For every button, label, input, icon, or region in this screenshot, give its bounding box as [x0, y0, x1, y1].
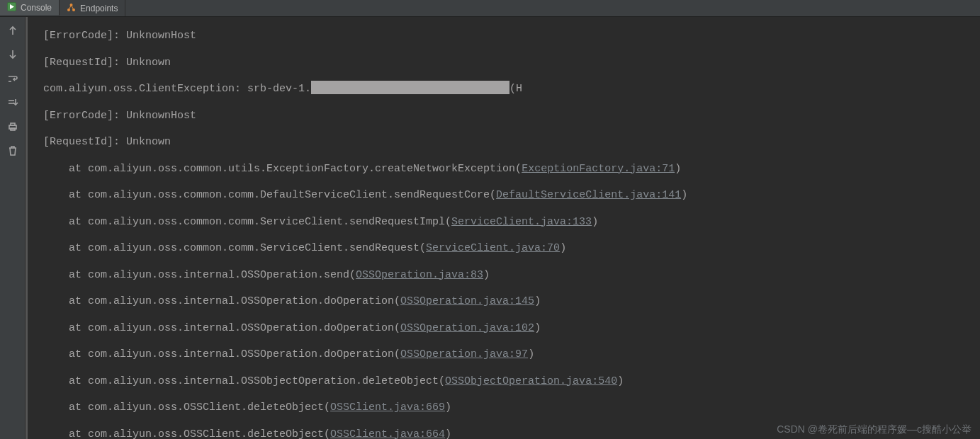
stack-frame-text: )	[560, 242, 566, 254]
stack-frame-text: at com.aliyun.oss.common.comm.DefaultSer…	[43, 189, 496, 201]
stack-trace: at com.aliyun.oss.common.utils.Exception…	[43, 156, 980, 440]
stack-frame-text: )	[445, 428, 451, 440]
stack-frame-text: )	[528, 348, 534, 360]
source-link[interactable]: OSSOperation.java:145	[400, 295, 534, 307]
stack-frame-text: )	[617, 375, 624, 387]
stack-frame: at com.aliyun.oss.common.comm.ServiceCli…	[43, 235, 980, 262]
log-line: [RequestId]: Unknown	[43, 129, 980, 156]
endpoints-icon	[67, 3, 76, 14]
stack-frame-text: at com.aliyun.oss.internal.OSSOperation.…	[43, 348, 400, 360]
source-link[interactable]: DefaultServiceClient.java:141	[496, 189, 681, 201]
redacted-block	[311, 81, 509, 94]
stack-frame-text: at com.aliyun.oss.common.utils.Exception…	[43, 163, 522, 175]
source-link[interactable]: ServiceClient.java:133	[451, 216, 592, 228]
stack-frame-text: )	[445, 401, 451, 414]
scroll-up-icon[interactable]	[4, 23, 21, 38]
log-text: (H	[509, 83, 522, 95]
stack-frame: at com.aliyun.oss.internal.OSSOperation.…	[43, 288, 980, 315]
source-link[interactable]: OSSOperation.java:83	[356, 269, 483, 281]
trash-icon[interactable]	[4, 143, 21, 159]
source-link[interactable]: OSSClient.java:664	[330, 428, 445, 440]
stack-frame-text: at com.aliyun.oss.OSSClient.deleteObject…	[43, 401, 330, 414]
console-output[interactable]: [ErrorCode]: UnknownHost [RequestId]: Un…	[26, 17, 980, 439]
log-line: [ErrorCode]: UnknownHost	[43, 103, 980, 130]
source-link[interactable]: ExceptionFactory.java:71	[522, 163, 675, 175]
source-link[interactable]: OSSObjectOperation.java:540	[445, 375, 617, 387]
stack-frame: at com.aliyun.oss.internal.OSSOperation.…	[43, 341, 980, 368]
source-link[interactable]: OSSOperation.java:97	[400, 348, 528, 360]
left-toolbar	[0, 17, 26, 439]
source-link[interactable]: OSSOperation.java:102	[400, 322, 534, 334]
source-link[interactable]: ServiceClient.java:70	[426, 242, 560, 254]
tab-bar: Console Endpoints	[0, 0, 980, 17]
scroll-down-icon[interactable]	[4, 47, 21, 62]
stack-frame: at com.aliyun.oss.common.comm.DefaultSer…	[43, 182, 980, 209]
tab-endpoints-label: Endpoints	[80, 4, 118, 13]
stack-frame-text: )	[675, 163, 681, 175]
stack-frame: at com.aliyun.oss.OSSClient.deleteObject…	[43, 394, 980, 421]
log-line: com.aliyun.oss.ClientException: srb-dev-…	[43, 76, 980, 103]
log-line: [RequestId]: Unknown	[43, 50, 980, 76]
run-icon	[7, 2, 16, 13]
stack-frame-text: )	[534, 322, 541, 334]
print-icon[interactable]	[4, 119, 21, 135]
tab-console-label: Console	[21, 3, 52, 13]
log-line: [ErrorCode]: UnknownHost	[43, 23, 980, 50]
stack-frame-text: )	[681, 189, 687, 201]
stack-frame: at com.aliyun.oss.internal.OSSOperation.…	[43, 315, 980, 342]
stack-frame-text: )	[534, 295, 541, 307]
log-text: com.aliyun.oss.ClientException: srb-dev-…	[43, 83, 311, 95]
tab-endpoints[interactable]: Endpoints	[60, 0, 125, 16]
stack-frame-text: at com.aliyun.oss.OSSClient.deleteObject…	[43, 428, 330, 440]
svg-rect-6	[11, 123, 15, 125]
stack-frame-text: )	[483, 269, 490, 281]
stack-frame: at com.aliyun.oss.internal.OSSObjectOper…	[43, 368, 980, 395]
stack-frame-text: at com.aliyun.oss.common.comm.ServiceCli…	[43, 216, 451, 228]
stack-frame-text: at com.aliyun.oss.internal.OSSOperation.…	[43, 295, 400, 307]
soft-wrap-icon[interactable]	[4, 71, 21, 86]
stack-frame: at com.aliyun.oss.common.utils.Exception…	[43, 156, 980, 183]
stack-frame-text: at com.aliyun.oss.internal.OSSOperation.…	[43, 269, 356, 281]
source-link[interactable]: OSSClient.java:669	[330, 401, 445, 414]
stack-frame-text: at com.aliyun.oss.internal.OSSOperation.…	[43, 322, 400, 334]
stack-frame-text: at com.aliyun.oss.common.comm.ServiceCli…	[43, 242, 426, 254]
stack-frame-text: )	[592, 216, 598, 228]
stack-frame: at com.aliyun.oss.common.comm.ServiceCli…	[43, 209, 980, 236]
tab-console[interactable]: Console	[0, 0, 60, 16]
watermark: CSDN @卷死前后端的程序媛—c搜酷小公举	[777, 423, 971, 436]
stack-frame: at com.aliyun.oss.internal.OSSOperation.…	[43, 262, 980, 289]
scroll-to-end-icon[interactable]	[4, 95, 21, 110]
stack-frame-text: at com.aliyun.oss.internal.OSSObjectOper…	[43, 375, 445, 387]
